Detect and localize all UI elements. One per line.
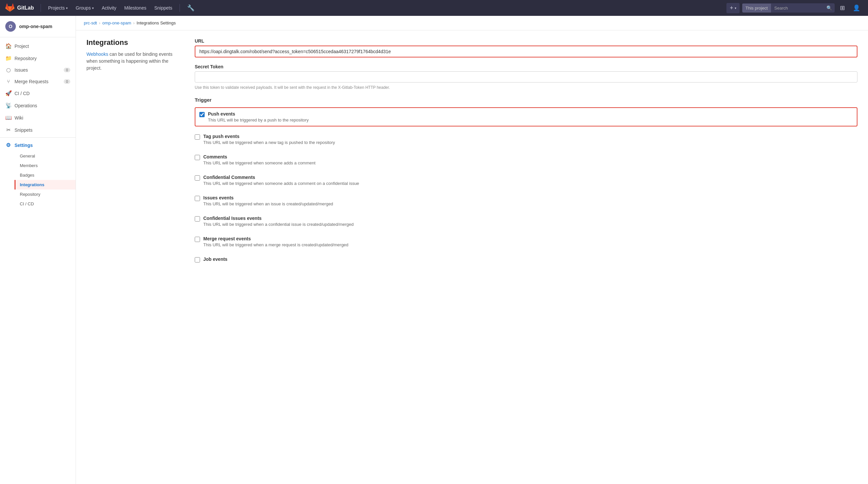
trigger-confidential-issues-events: Confidential Issues events This URL will… xyxy=(195,214,858,229)
trigger-label: Trigger xyxy=(195,97,858,103)
project-name: omp-one-spam xyxy=(19,24,52,29)
nav-activity[interactable]: Activity xyxy=(98,3,120,12)
merge-request-events-checkbox[interactable] xyxy=(195,237,200,242)
content-intro: Webhooks can be used for binding events … xyxy=(87,51,179,72)
submenu-general[interactable]: General xyxy=(14,151,75,161)
comments-label: Comments xyxy=(203,154,315,159)
search-input[interactable] xyxy=(771,4,824,12)
main-layout: O omp-one-spam 🏠 Project 📁 Repository ◯ … xyxy=(0,16,868,484)
breadcrumb-current: Integrations Settings xyxy=(136,21,176,25)
folder-icon: 📁 xyxy=(5,55,11,61)
push-events-label: Push events xyxy=(208,111,309,117)
secret-token-form-group: Secret Token Use this token to validate … xyxy=(195,64,858,90)
secret-token-input[interactable] xyxy=(195,71,858,83)
breadcrumb-sep-1: › xyxy=(99,21,100,25)
user-profile-button[interactable]: 👤 xyxy=(850,3,863,13)
topnav-actions: + ▾ This project 🔍 ⊞ 👤 xyxy=(726,3,863,13)
submenu-ci-cd[interactable]: CI / CD xyxy=(14,199,75,209)
page-title: Integrations xyxy=(87,38,179,47)
submenu-integrations[interactable]: Integrations xyxy=(14,180,75,189)
chevron-down-icon: ▾ xyxy=(735,6,736,10)
trigger-merge-request-events: Merge request events This URL will be tr… xyxy=(195,234,858,249)
trigger-confidential-comments: Confidential Comments This URL will be t… xyxy=(195,173,858,188)
merge-icon: ⑂ xyxy=(5,79,11,84)
tag-push-events-desc: This URL will be triggered when a new ta… xyxy=(203,140,335,145)
chevron-down-icon: ▾ xyxy=(92,6,94,10)
submenu-repository[interactable]: Repository xyxy=(14,189,75,199)
confidential-issues-events-checkbox[interactable] xyxy=(195,216,200,221)
nav-milestones[interactable]: Milestones xyxy=(121,3,150,12)
settings-submenu: General Members Badges Integrations Repo… xyxy=(0,151,75,209)
job-events-label: Job events xyxy=(203,256,227,262)
confidential-issues-events-desc: This URL will be triggered when a confid… xyxy=(203,222,354,227)
main-content: prc-sdt › omp-one-spam › Integrations Se… xyxy=(76,16,868,484)
comments-checkbox[interactable] xyxy=(195,155,200,160)
nav-separator xyxy=(40,4,41,12)
sidebar-item-settings[interactable]: ⚙ Settings xyxy=(0,139,75,151)
breadcrumb-sep-2: › xyxy=(133,21,135,25)
nav-groups[interactable]: Groups ▾ xyxy=(72,3,97,12)
rocket-icon: 🚀 xyxy=(5,90,11,96)
url-input[interactable] xyxy=(195,46,858,57)
trigger-tag-push-events: Tag push events This URL will be trigger… xyxy=(195,132,858,147)
search-submit-button[interactable]: 🔍 xyxy=(824,3,835,12)
submenu-members[interactable]: Members xyxy=(14,161,75,170)
content-form: URL Secret Token Use this token to valid… xyxy=(195,38,858,271)
secret-token-help: Use this token to validate received payl… xyxy=(195,85,858,90)
issues-events-checkbox[interactable] xyxy=(195,196,200,201)
gitlab-logo[interactable]: GitLab xyxy=(5,3,34,12)
trigger-section: Trigger Push events This URL will be tri… xyxy=(195,97,858,265)
content-area: Integrations Webhooks can be used for bi… xyxy=(76,30,868,279)
breadcrumb: prc-sdt › omp-one-spam › Integrations Se… xyxy=(76,16,868,30)
confidential-comments-checkbox[interactable] xyxy=(195,175,200,181)
issues-events-desc: This URL will be triggered when an issue… xyxy=(203,202,333,206)
push-events-desc: This URL will be triggered by a push to … xyxy=(208,118,309,122)
sidebar-item-project[interactable]: 🏠 Project xyxy=(0,40,75,52)
nav-projects[interactable]: Projects ▾ xyxy=(45,3,71,12)
sidebar-item-ci-cd[interactable]: 🚀 CI / CD xyxy=(0,87,75,99)
breadcrumb-link-prc-sdt[interactable]: prc-sdt xyxy=(84,21,97,25)
sidebar-divider xyxy=(0,137,75,138)
home-icon: 🏠 xyxy=(5,43,11,49)
search-bar: This project 🔍 xyxy=(742,3,835,12)
merge-request-events-label: Merge request events xyxy=(203,236,348,241)
sidebar-item-wiki[interactable]: 📖 Wiki xyxy=(0,112,75,124)
merge-request-events-desc: This URL will be triggered when a merge … xyxy=(203,242,348,247)
sidebar-item-repository[interactable]: 📁 Repository xyxy=(0,52,75,64)
sidebar-item-operations[interactable]: 📡 Operations xyxy=(0,99,75,112)
sidebar: O omp-one-spam 🏠 Project 📁 Repository ◯ … xyxy=(0,16,76,484)
chevron-down-icon: ▾ xyxy=(66,6,68,10)
url-label: URL xyxy=(195,38,858,43)
issues-icon: ◯ xyxy=(5,68,11,72)
submenu-badges[interactable]: Badges xyxy=(14,170,75,180)
sidebar-item-issues[interactable]: ◯ Issues 0 xyxy=(0,64,75,75)
wiki-icon: 📖 xyxy=(5,115,11,121)
breadcrumb-link-project[interactable]: omp-one-spam xyxy=(102,21,131,25)
tag-push-events-label: Tag push events xyxy=(203,134,335,139)
secret-token-label: Secret Token xyxy=(195,64,858,69)
nav-snippets[interactable]: Snippets xyxy=(151,3,175,12)
sidebar-toggle-button[interactable]: ⊞ xyxy=(837,3,847,13)
sidebar-item-snippets[interactable]: ✂ Snippets xyxy=(0,124,75,136)
job-events-checkbox[interactable] xyxy=(195,257,200,263)
snippets-icon: ✂ xyxy=(5,127,11,133)
trigger-push-events: Push events This URL will be triggered b… xyxy=(195,107,858,126)
tag-push-events-checkbox[interactable] xyxy=(195,134,200,140)
new-item-button[interactable]: + ▾ xyxy=(726,3,740,13)
settings-icon: ⚙ xyxy=(5,142,11,148)
search-scope-button[interactable]: This project xyxy=(742,4,771,12)
sidebar-nav: 🏠 Project 📁 Repository ◯ Issues 0 ⑂ Merg… xyxy=(0,37,75,211)
confidential-issues-events-label: Confidential Issues events xyxy=(203,216,354,221)
issues-events-label: Issues events xyxy=(203,195,333,201)
nav-wrench-icon[interactable]: 🔧 xyxy=(184,2,198,13)
confidential-comments-label: Confidential Comments xyxy=(203,175,359,180)
content-description: Integrations Webhooks can be used for bi… xyxy=(87,38,179,271)
push-events-checkbox[interactable] xyxy=(199,112,205,117)
operations-icon: 📡 xyxy=(5,102,11,109)
trigger-issues-events: Issues events This URL will be triggered… xyxy=(195,193,858,208)
topnav: GitLab Projects ▾ Groups ▾ Activity Mile… xyxy=(0,0,868,16)
sidebar-item-merge-requests[interactable]: ⑂ Merge Requests 0 xyxy=(0,75,75,87)
trigger-job-events: Job events xyxy=(195,254,858,265)
webhooks-link[interactable]: Webhooks xyxy=(87,52,108,57)
issues-badge: 0 xyxy=(64,68,70,72)
